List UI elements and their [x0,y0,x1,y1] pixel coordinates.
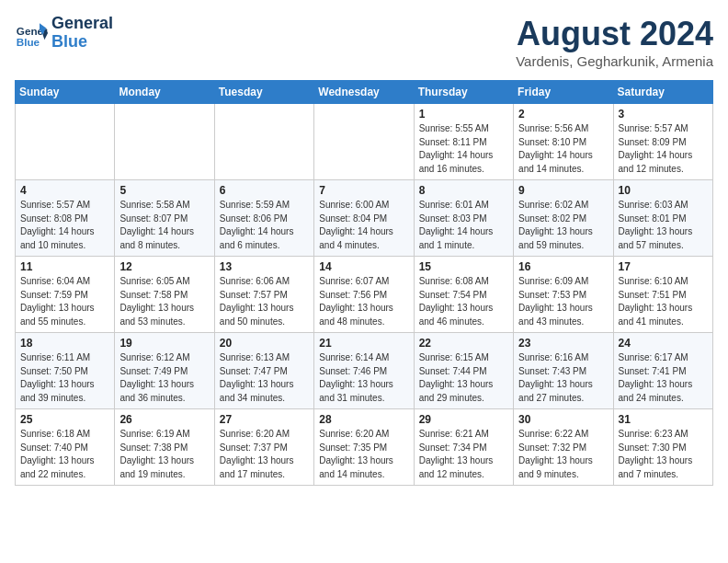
calendar-week-row: 25Sunrise: 6:18 AM Sunset: 7:40 PM Dayli… [16,409,713,486]
day-info: Sunrise: 6:09 AM Sunset: 7:53 PM Dayligh… [518,275,608,328]
day-number: 25 [20,413,109,426]
calendar-day-cell: 2Sunrise: 5:56 AM Sunset: 8:10 PM Daylig… [514,104,613,180]
calendar-week-row: 4Sunrise: 5:57 AM Sunset: 8:08 PM Daylig… [16,180,713,257]
calendar-day-cell [16,104,115,180]
calendar-day-cell: 4Sunrise: 5:57 AM Sunset: 8:08 PM Daylig… [16,180,115,257]
day-number: 28 [319,413,408,426]
day-number: 10 [619,184,708,197]
calendar-day-cell: 22Sunrise: 6:15 AM Sunset: 7:44 PM Dayli… [414,333,513,409]
day-info: Sunrise: 6:23 AM Sunset: 7:30 PM Dayligh… [619,428,708,481]
calendar-day-cell: 12Sunrise: 6:05 AM Sunset: 7:58 PM Dayli… [115,257,214,333]
calendar-day-cell: 20Sunrise: 6:13 AM Sunset: 7:47 PM Dayli… [214,333,313,409]
day-of-week-thursday: Thursday [414,81,513,104]
calendar-day-cell: 10Sunrise: 6:03 AM Sunset: 8:01 PM Dayli… [613,180,712,257]
day-number: 3 [619,108,708,121]
day-number: 26 [119,413,209,426]
calendar-table: SundayMondayTuesdayWednesdayThursdayFrid… [15,80,713,486]
day-info: Sunrise: 6:05 AM Sunset: 7:58 PM Dayligh… [119,275,209,328]
calendar-day-cell: 17Sunrise: 6:10 AM Sunset: 7:51 PM Dayli… [613,257,712,333]
day-of-week-friday: Friday [514,81,613,104]
calendar-week-row: 11Sunrise: 6:04 AM Sunset: 7:59 PM Dayli… [16,257,713,333]
day-info: Sunrise: 6:20 AM Sunset: 7:37 PM Dayligh… [220,428,309,481]
logo-icon: General Blue [15,17,48,50]
day-of-week-wednesday: Wednesday [314,81,414,104]
svg-text:Blue: Blue [17,35,40,47]
day-info: Sunrise: 5:59 AM Sunset: 8:06 PM Dayligh… [220,199,309,252]
calendar-day-cell: 25Sunrise: 6:18 AM Sunset: 7:40 PM Dayli… [16,409,115,486]
day-info: Sunrise: 6:13 AM Sunset: 7:47 PM Dayligh… [220,351,309,405]
logo-text: General Blue [51,15,113,52]
day-of-week-tuesday: Tuesday [214,81,313,104]
day-info: Sunrise: 6:08 AM Sunset: 7:54 PM Dayligh… [419,275,508,328]
day-info: Sunrise: 6:22 AM Sunset: 7:32 PM Dayligh… [518,428,608,481]
day-number: 31 [619,413,708,426]
day-number: 29 [419,413,508,426]
calendar-day-cell: 16Sunrise: 6:09 AM Sunset: 7:53 PM Dayli… [514,257,613,333]
day-number: 20 [220,337,309,350]
calendar-day-cell [314,104,414,180]
calendar-day-cell: 27Sunrise: 6:20 AM Sunset: 7:37 PM Dayli… [214,409,313,486]
day-info: Sunrise: 6:17 AM Sunset: 7:41 PM Dayligh… [619,351,708,405]
day-info: Sunrise: 6:10 AM Sunset: 7:51 PM Dayligh… [619,275,708,328]
title-block: August 2024 Vardenis, Gegharkunik, Armen… [516,15,713,69]
month-title: August 2024 [516,15,713,53]
day-info: Sunrise: 5:57 AM Sunset: 8:08 PM Dayligh… [20,199,109,252]
calendar-day-cell: 28Sunrise: 6:20 AM Sunset: 7:35 PM Dayli… [314,409,414,486]
calendar-day-cell: 23Sunrise: 6:16 AM Sunset: 7:43 PM Dayli… [514,333,613,409]
day-info: Sunrise: 6:11 AM Sunset: 7:50 PM Dayligh… [20,351,109,405]
calendar-day-cell: 31Sunrise: 6:23 AM Sunset: 7:30 PM Dayli… [613,409,712,486]
day-of-week-saturday: Saturday [613,81,712,104]
calendar-day-cell: 8Sunrise: 6:01 AM Sunset: 8:03 PM Daylig… [414,180,513,257]
calendar-week-row: 18Sunrise: 6:11 AM Sunset: 7:50 PM Dayli… [16,333,713,409]
calendar-week-row: 1Sunrise: 5:55 AM Sunset: 8:11 PM Daylig… [16,104,713,180]
day-number: 2 [518,108,608,121]
day-info: Sunrise: 5:57 AM Sunset: 8:09 PM Dayligh… [619,122,708,176]
day-info: Sunrise: 5:58 AM Sunset: 8:07 PM Dayligh… [119,199,209,252]
calendar-day-cell: 14Sunrise: 6:07 AM Sunset: 7:56 PM Dayli… [314,257,414,333]
day-info: Sunrise: 6:04 AM Sunset: 7:59 PM Dayligh… [20,275,109,328]
day-number: 19 [119,337,209,350]
day-number: 17 [619,260,708,273]
calendar-day-cell: 1Sunrise: 5:55 AM Sunset: 8:11 PM Daylig… [414,104,513,180]
calendar-day-cell: 13Sunrise: 6:06 AM Sunset: 7:57 PM Dayli… [214,257,313,333]
day-number: 21 [319,337,408,350]
calendar-day-cell: 5Sunrise: 5:58 AM Sunset: 8:07 PM Daylig… [115,180,214,257]
location-subtitle: Vardenis, Gegharkunik, Armenia [516,53,713,69]
day-number: 6 [220,184,309,197]
day-number: 1 [419,108,508,121]
day-number: 4 [20,184,109,197]
day-info: Sunrise: 6:06 AM Sunset: 7:57 PM Dayligh… [220,275,309,328]
calendar-day-cell [115,104,214,180]
day-number: 30 [518,413,608,426]
day-info: Sunrise: 6:01 AM Sunset: 8:03 PM Dayligh… [419,199,508,252]
calendar-day-cell: 9Sunrise: 6:02 AM Sunset: 8:02 PM Daylig… [514,180,613,257]
day-info: Sunrise: 6:07 AM Sunset: 7:56 PM Dayligh… [319,275,408,328]
calendar-day-cell: 21Sunrise: 6:14 AM Sunset: 7:46 PM Dayli… [314,333,414,409]
day-number: 9 [518,184,608,197]
day-number: 5 [119,184,209,197]
logo-blue: Blue [51,32,87,51]
calendar-day-cell: 18Sunrise: 6:11 AM Sunset: 7:50 PM Dayli… [16,333,115,409]
calendar-day-cell: 15Sunrise: 6:08 AM Sunset: 7:54 PM Dayli… [414,257,513,333]
calendar-day-cell: 29Sunrise: 6:21 AM Sunset: 7:34 PM Dayli… [414,409,513,486]
day-number: 27 [220,413,309,426]
day-info: Sunrise: 6:16 AM Sunset: 7:43 PM Dayligh… [518,351,608,405]
day-number: 11 [20,260,109,273]
day-info: Sunrise: 6:02 AM Sunset: 8:02 PM Dayligh… [518,199,608,252]
calendar-day-cell: 24Sunrise: 6:17 AM Sunset: 7:41 PM Dayli… [613,333,712,409]
page-header: General Blue General Blue August 2024 Va… [15,15,713,69]
day-number: 15 [419,260,508,273]
calendar-day-cell: 11Sunrise: 6:04 AM Sunset: 7:59 PM Dayli… [16,257,115,333]
day-number: 12 [119,260,209,273]
day-info: Sunrise: 6:14 AM Sunset: 7:46 PM Dayligh… [319,351,408,405]
logo: General Blue General Blue [15,15,113,52]
logo-general: General [51,14,113,32]
day-info: Sunrise: 6:15 AM Sunset: 7:44 PM Dayligh… [419,351,508,405]
day-number: 16 [518,260,608,273]
day-info: Sunrise: 6:03 AM Sunset: 8:01 PM Dayligh… [619,199,708,252]
day-info: Sunrise: 6:19 AM Sunset: 7:38 PM Dayligh… [119,428,209,481]
calendar-day-cell: 26Sunrise: 6:19 AM Sunset: 7:38 PM Dayli… [115,409,214,486]
calendar-day-cell: 6Sunrise: 5:59 AM Sunset: 8:06 PM Daylig… [214,180,313,257]
day-number: 8 [419,184,508,197]
day-info: Sunrise: 5:55 AM Sunset: 8:11 PM Dayligh… [419,122,508,176]
